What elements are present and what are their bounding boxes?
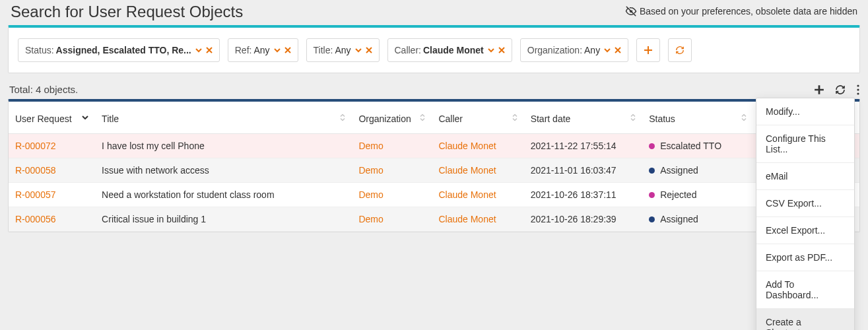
status-dot-icon — [649, 143, 655, 149]
col-label: User Request — [15, 114, 72, 124]
col-label: Status — [649, 114, 675, 124]
col-label: Caller — [438, 114, 463, 124]
results-table: User Request Title Organization — [9, 102, 859, 232]
ref-link[interactable]: R-000058 — [15, 165, 56, 176]
ref-link[interactable]: R-000057 — [15, 189, 56, 200]
refresh-results-button[interactable] — [835, 84, 846, 95]
ref-link[interactable]: R-000072 — [15, 141, 56, 151]
menu-item[interactable]: Add To Dashboard... — [756, 271, 854, 309]
status-text: Rejected — [660, 189, 696, 200]
clear-icon[interactable] — [206, 47, 213, 53]
new-object-button[interactable] — [814, 84, 824, 95]
org-link[interactable]: Demo — [358, 141, 383, 151]
col-label: Start date — [531, 114, 571, 124]
caller-link[interactable]: Claude Monet — [438, 165, 496, 176]
status-text: Escalated TTO — [660, 141, 721, 151]
menu-item[interactable]: Excel Export... — [756, 217, 854, 244]
col-title[interactable]: Title — [95, 102, 352, 134]
more-actions-button[interactable] — [856, 84, 860, 95]
filter-value: Any — [584, 45, 600, 55]
caller-link[interactable]: Claude Monet — [438, 214, 496, 224]
clear-icon[interactable] — [284, 47, 291, 53]
status-dot-icon — [649, 192, 655, 198]
cell-status: Escalated TTO — [649, 141, 746, 151]
filter-title[interactable]: Title: Any — [306, 38, 380, 62]
cell-date: 2021-11-01 16:03:47 — [524, 158, 643, 183]
filter-label: Status: — [25, 45, 54, 55]
status-dot-icon — [649, 216, 655, 222]
filter-value: Any — [335, 45, 351, 55]
refresh-filters-button[interactable] — [668, 38, 692, 62]
col-user-request[interactable]: User Request — [9, 102, 95, 134]
table-row[interactable]: R-000058Issue with network accessDemoCla… — [9, 158, 859, 183]
cell-title: I have lost my cell Phone — [95, 134, 352, 158]
org-link[interactable]: Demo — [358, 214, 383, 224]
filter-status[interactable]: Status: Assigned, Escalated TTO, Re... — [18, 38, 220, 62]
sort-icon — [512, 114, 517, 121]
cell-date: 2021-11-22 17:55:14 — [524, 134, 643, 158]
filter-organization[interactable]: Organization: Any — [520, 38, 628, 62]
filter-label: Title: — [314, 45, 333, 55]
menu-item[interactable]: CSV Export... — [756, 190, 854, 217]
col-label: Title — [102, 114, 119, 124]
cell-date: 2021-10-26 18:37:11 — [524, 183, 643, 207]
caret-down-icon[interactable] — [604, 47, 611, 53]
menu-item[interactable]: Modify... — [756, 98, 854, 125]
menu-item[interactable]: eMail — [756, 163, 854, 190]
svg-point-0 — [857, 84, 859, 86]
filter-value: Assigned, Escalated TTO, Re... — [56, 45, 191, 55]
clear-icon[interactable] — [498, 47, 505, 53]
filter-caller[interactable]: Caller: Claude Monet — [387, 38, 512, 62]
sort-desc-icon — [82, 116, 88, 119]
filter-value: Any — [253, 45, 269, 55]
table-row[interactable]: R-000072I have lost my cell PhoneDemoCla… — [9, 134, 859, 158]
org-link[interactable]: Demo — [358, 189, 383, 200]
filter-value: Claude Monet — [423, 45, 484, 55]
caller-link[interactable]: Claude Monet — [438, 141, 496, 151]
results-table-panel: User Request Title Organization — [8, 99, 860, 232]
cell-status: Rejected — [649, 189, 746, 200]
caller-link[interactable]: Claude Monet — [438, 189, 496, 200]
results-toolbar — [814, 84, 860, 95]
filter-ref[interactable]: Ref: Any — [228, 38, 298, 62]
ref-link[interactable]: R-000056 — [15, 214, 56, 224]
caret-down-icon[interactable] — [488, 47, 494, 53]
menu-item[interactable]: Create a Shortcut... — [756, 309, 854, 330]
filter-label: Caller: — [395, 45, 421, 55]
caret-down-icon[interactable] — [355, 47, 362, 53]
table-row[interactable]: R-000057Need a workstation for student c… — [9, 183, 859, 207]
col-status[interactable]: Status — [642, 102, 752, 134]
clear-icon[interactable] — [615, 47, 621, 53]
clear-icon[interactable] — [366, 47, 372, 53]
total-count: Total: 4 objects. — [8, 81, 79, 98]
status-dot-icon — [649, 168, 655, 174]
sort-icon — [420, 114, 425, 121]
cell-date: 2021-10-26 18:29:39 — [524, 207, 643, 232]
svg-point-2 — [857, 92, 859, 94]
actions-menu: Modify...Configure This List...eMailCSV … — [756, 98, 855, 330]
menu-item[interactable]: Configure This List... — [756, 125, 854, 163]
col-organization[interactable]: Organization — [352, 102, 432, 134]
cell-title: Issue with network access — [95, 158, 352, 183]
prefs-note: Based on your preferences, obsolete data… — [625, 5, 857, 17]
col-label: Organization — [358, 114, 411, 124]
table-row[interactable]: R-000056Critical issue in building 1Demo… — [9, 207, 859, 232]
status-text: Assigned — [660, 214, 698, 224]
cell-status: Assigned — [649, 214, 746, 224]
filter-label: Ref: — [235, 45, 252, 55]
filter-label: Organization: — [527, 45, 582, 55]
org-link[interactable]: Demo — [358, 165, 383, 176]
menu-item[interactable]: Export as PDF... — [756, 244, 854, 271]
sort-icon — [630, 114, 636, 121]
sort-icon — [741, 114, 747, 121]
page-title: Search for User Request Objects — [11, 3, 243, 21]
eye-off-icon — [625, 5, 637, 17]
status-text: Assigned — [660, 165, 698, 176]
col-start-date[interactable]: Start date — [524, 102, 643, 134]
caret-down-icon[interactable] — [274, 47, 281, 53]
caret-down-icon[interactable] — [195, 47, 202, 53]
add-filter-button[interactable] — [636, 38, 660, 62]
col-caller[interactable]: Caller — [432, 102, 523, 134]
sort-icon — [340, 114, 345, 121]
cell-title: Critical issue in building 1 — [95, 207, 352, 232]
